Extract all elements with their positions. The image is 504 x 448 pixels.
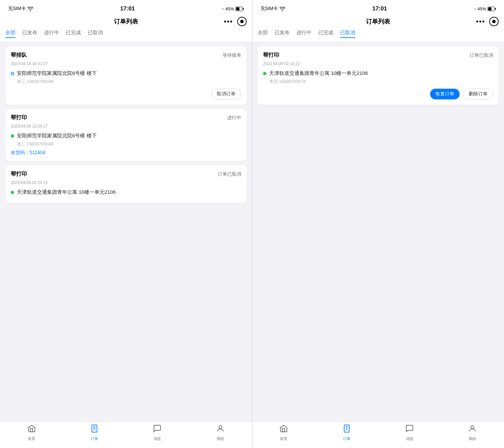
location-arrow: ↑ bbox=[222, 6, 224, 11]
tab-completed[interactable]: 已完成 bbox=[318, 30, 333, 38]
tab-all[interactable]: 全部 bbox=[5, 30, 15, 38]
status-bar: 无SIM卡 17:01 ↑ 45% bbox=[0, 0, 252, 15]
order-address: 安阳师范学院家属院北院6号楼 楼下 bbox=[11, 70, 241, 77]
nav-label-messages: 消息 bbox=[406, 436, 413, 441]
tab-completed[interactable]: 已完成 bbox=[66, 30, 81, 38]
order-time: 2023:04:09 13:39:17 bbox=[11, 124, 241, 129]
card-actions: 取消订单 bbox=[11, 89, 241, 99]
cancel-order-button[interactable]: 取消订单 bbox=[211, 89, 241, 99]
order-title: 帮打印 bbox=[11, 114, 27, 121]
svg-rect-10 bbox=[495, 8, 496, 10]
nav-item-home[interactable]: 首页 bbox=[252, 421, 315, 444]
order-status: 进行中 bbox=[227, 115, 241, 121]
nav-label-home: 首页 bbox=[280, 436, 287, 441]
battery-percent: 45% bbox=[225, 6, 234, 11]
order-time: 2023:04:09 02:14:22 bbox=[11, 180, 241, 185]
address-text: 天津轨道交通集团青年公寓 10楼一单元2106 bbox=[269, 70, 368, 77]
svg-rect-1 bbox=[236, 7, 240, 10]
card-header: 帮打印 订单已取消 bbox=[11, 171, 241, 178]
location-arrow: ↑ bbox=[474, 6, 476, 11]
address-text: 安阳师范学院家属院北院6号楼 楼下 bbox=[17, 133, 97, 139]
svg-point-15 bbox=[471, 425, 474, 429]
tabs-bar: 全部已发布进行中已完成已取消 bbox=[0, 30, 252, 42]
nav-item-home[interactable]: 首页 bbox=[0, 421, 63, 444]
tab-published[interactable]: 已发布 bbox=[22, 30, 37, 38]
panel-right: 无SIM卡 17:01 ↑ 45% 订单列表 ••• 全部已发布进行中已完成已取… bbox=[252, 0, 504, 448]
svg-rect-3 bbox=[92, 425, 97, 432]
address-dot bbox=[11, 72, 14, 75]
tab-inprogress[interactable]: 进行中 bbox=[296, 30, 311, 38]
order-address: 天津轨道交通集团青年公寓 10楼一单元2106 bbox=[11, 189, 241, 195]
header: 订单列表 ••• bbox=[252, 15, 504, 30]
card-header: 帮排队 等待接单 bbox=[11, 52, 241, 59]
order-address: 天津轨道交通集团青年公寓 10楼一单元2106 bbox=[263, 70, 494, 77]
nav-item-messages[interactable]: 消息 bbox=[378, 421, 441, 444]
page-title: 订单列表 bbox=[366, 17, 390, 26]
nav-label-messages: 消息 bbox=[154, 436, 161, 441]
tab-published[interactable]: 已发布 bbox=[275, 30, 290, 38]
tab-cancelled[interactable]: 已取消 bbox=[340, 30, 355, 38]
order-time: 2023:04:19 18:41:07 bbox=[11, 61, 241, 66]
nav-item-messages[interactable]: 消息 bbox=[126, 421, 189, 444]
more-dots-icon[interactable]: ••• bbox=[224, 18, 233, 26]
nav-label-orders: 订单 bbox=[91, 436, 98, 441]
status-time: 17:01 bbox=[120, 5, 135, 12]
card-actions: 恢复订单删除订单 bbox=[263, 89, 494, 99]
bottom-nav: 首页 订单 消息 我的 bbox=[0, 421, 252, 448]
target-icon[interactable] bbox=[489, 17, 499, 26]
address-text: 天津轨道交通集团青年公寓 10楼一单元2106 bbox=[17, 189, 116, 195]
no-sim-label: 无SIM卡 bbox=[260, 6, 278, 12]
order-list: 帮打印 订单已取消 2023:04:09 02:14:22 天津轨道交通集团青年… bbox=[252, 42, 504, 421]
header-actions: ••• bbox=[476, 17, 499, 26]
orders-icon bbox=[90, 424, 99, 435]
svg-rect-9 bbox=[488, 7, 492, 10]
svg-point-7 bbox=[219, 425, 222, 429]
home-icon bbox=[279, 424, 288, 435]
panel-left: 无SIM卡 17:01 ↑ 45% 订单列表 ••• 全部已发布进行中已完成已取… bbox=[0, 0, 252, 448]
order-status: 订单已取消 bbox=[470, 52, 493, 58]
address-dot bbox=[11, 191, 14, 194]
more-dots-icon[interactable]: ••• bbox=[476, 18, 485, 26]
messages-icon bbox=[405, 424, 414, 435]
status-left: 无SIM卡 bbox=[8, 6, 33, 12]
nav-item-orders[interactable]: 订单 bbox=[315, 421, 378, 444]
target-icon[interactable] bbox=[237, 17, 247, 26]
card-header: 帮打印 订单已取消 bbox=[263, 52, 494, 59]
nav-item-profile[interactable]: 我的 bbox=[189, 421, 252, 444]
address-text: 安阳师范学院家属院北院6号楼 楼下 bbox=[17, 70, 97, 77]
delete-order-button[interactable]: 删除订单 bbox=[463, 89, 493, 99]
order-time: 2023:04:09 02:14:22 bbox=[263, 61, 494, 66]
status-right: ↑ 45% bbox=[222, 6, 244, 11]
order-status: 等待接单 bbox=[222, 52, 241, 58]
bottom-nav: 首页 订单 消息 我的 bbox=[252, 421, 504, 448]
orders-icon bbox=[342, 424, 351, 435]
order-title: 帮排队 bbox=[11, 52, 27, 59]
tab-all[interactable]: 全部 bbox=[258, 30, 268, 38]
order-contact: 张三 19839708048 bbox=[17, 141, 241, 147]
nav-label-profile: 我的 bbox=[469, 436, 476, 441]
status-right: ↑ 45% bbox=[474, 6, 496, 11]
order-contact: 李四 16698705678 bbox=[269, 79, 494, 85]
status-left: 无SIM卡 bbox=[260, 6, 286, 12]
order-card: 帮排队 等待接单 2023:04:19 18:41:07 安阳师范学院家属院北院… bbox=[5, 46, 247, 105]
status-time: 17:01 bbox=[372, 5, 387, 12]
tab-inprogress[interactable]: 进行中 bbox=[44, 30, 59, 38]
order-card: 帮打印 订单已取消 2023:04:09 02:14:22 天津轨道交通集团青年… bbox=[258, 46, 499, 105]
card-header: 帮打印 进行中 bbox=[11, 114, 241, 121]
order-title: 帮打印 bbox=[11, 171, 27, 178]
order-card: 帮打印 订单已取消 2023:04:09 02:14:22 天津轨道交通集团青年… bbox=[5, 165, 247, 203]
order-contact: 张三 19839708048 bbox=[17, 79, 241, 85]
nav-label-home: 首页 bbox=[28, 436, 35, 441]
restore-order-button[interactable]: 恢复订单 bbox=[430, 89, 460, 99]
header-actions: ••• bbox=[224, 17, 246, 26]
order-address: 安阳师范学院家属院北院6号楼 楼下 bbox=[11, 133, 241, 139]
nav-label-profile: 我的 bbox=[217, 436, 224, 441]
tab-cancelled[interactable]: 已取消 bbox=[88, 30, 103, 38]
nav-item-orders[interactable]: 订单 bbox=[63, 421, 126, 444]
page-title: 订单列表 bbox=[114, 17, 138, 26]
address-dot bbox=[11, 134, 14, 138]
nav-item-profile[interactable]: 我的 bbox=[441, 421, 504, 444]
status-bar: 无SIM卡 17:01 ↑ 45% bbox=[252, 0, 504, 15]
order-list: 帮排队 等待接单 2023:04:19 18:41:07 安阳师范学院家属院北院… bbox=[0, 42, 252, 421]
no-sim-label: 无SIM卡 bbox=[8, 6, 26, 12]
